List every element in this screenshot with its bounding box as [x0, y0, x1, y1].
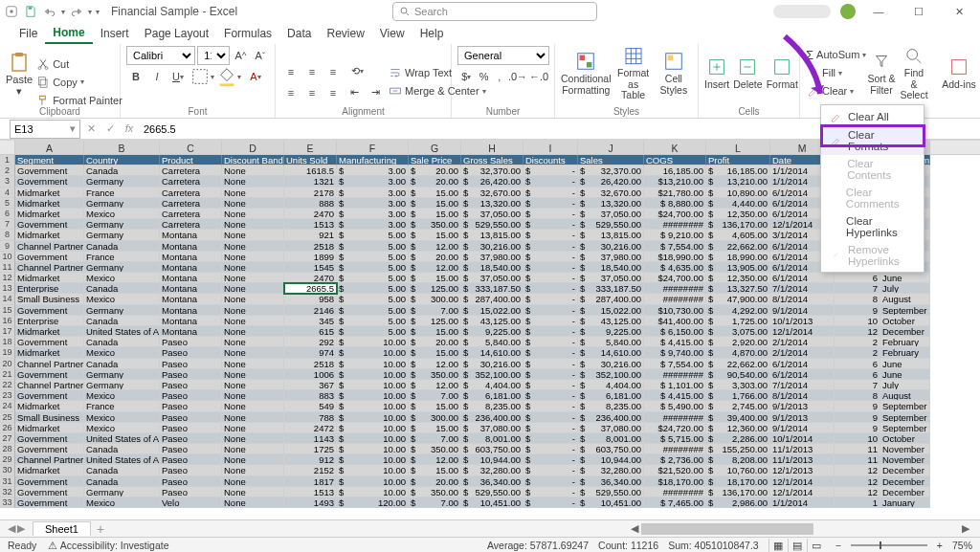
col-header-L[interactable]: L: [706, 141, 770, 154]
cell[interactable]: $-: [523, 433, 578, 444]
cell-styles-button[interactable]: Cell Styles: [656, 46, 692, 101]
horizontal-scrollbar[interactable]: ◀▶: [628, 522, 972, 536]
cell[interactable]: $32,370.00: [578, 166, 644, 176]
cell[interactable]: None: [222, 209, 284, 219]
cell[interactable]: None: [222, 273, 284, 283]
cell[interactable]: None: [222, 219, 284, 230]
header-cell[interactable]: Segment: [15, 155, 84, 166]
cell[interactable]: $287,400.00: [461, 294, 523, 304]
cell[interactable]: Mexico: [84, 497, 160, 508]
cell[interactable]: $15.00: [409, 465, 461, 475]
cell[interactable]: $-: [523, 326, 578, 337]
redo-icon[interactable]: [69, 4, 84, 19]
cell[interactable]: October: [880, 316, 930, 326]
cell[interactable]: $5.00: [337, 283, 409, 294]
cell[interactable]: $13,320.00: [461, 198, 523, 209]
cell[interactable]: $10.00: [337, 454, 409, 465]
cell[interactable]: Germany: [84, 176, 160, 187]
cell[interactable]: 549: [284, 401, 337, 411]
cell[interactable]: $9,225.00: [578, 326, 644, 337]
cell[interactable]: Carretera: [160, 176, 222, 187]
cell[interactable]: $-: [523, 390, 578, 401]
cell[interactable]: 11: [835, 444, 880, 454]
cell[interactable]: 2518: [284, 241, 337, 252]
cell[interactable]: 9: [835, 423, 880, 433]
comma-icon[interactable]: ,: [493, 67, 506, 86]
format-cells-button[interactable]: Format: [767, 46, 798, 101]
cell[interactable]: $37,050.00: [461, 209, 523, 219]
cell[interactable]: $37,080.00: [461, 423, 523, 433]
cell[interactable]: $15.00: [409, 230, 461, 240]
cell[interactable]: 16,185.00: [644, 166, 706, 176]
cut-button[interactable]: Cut: [36, 55, 122, 73]
copy-button[interactable]: Copy▾: [36, 74, 122, 91]
cell[interactable]: Paseo: [160, 359, 222, 369]
cell[interactable]: France: [84, 188, 160, 198]
cell[interactable]: ########: [644, 294, 706, 304]
cell[interactable]: $136,170.00: [706, 487, 770, 497]
redo-dropdown[interactable]: ▾: [88, 8, 92, 16]
cell[interactable]: $15.00: [409, 401, 461, 411]
cell[interactable]: $8,208.00: [706, 454, 770, 465]
cell[interactable]: $12.00: [409, 380, 461, 390]
sheet-tab-1[interactable]: Sheet1: [33, 521, 91, 536]
cell[interactable]: Midmarket: [15, 465, 84, 475]
cell[interactable]: Government: [15, 176, 84, 187]
header-cell[interactable]: COGS: [644, 155, 706, 166]
cell[interactable]: Government: [15, 337, 84, 347]
cell[interactable]: $16,185.00: [706, 166, 770, 176]
cell[interactable]: 1817: [284, 476, 337, 487]
cell[interactable]: Carretera: [160, 188, 222, 198]
cell[interactable]: July: [880, 283, 930, 294]
cell[interactable]: Mexico: [84, 423, 160, 433]
cell[interactable]: $ 2,736.00: [644, 454, 706, 465]
cell[interactable]: $2,920.00: [706, 337, 770, 347]
fill-color-button[interactable]: ▾: [216, 67, 241, 86]
cell[interactable]: 6: [835, 359, 880, 369]
cell[interactable]: 9: [835, 401, 880, 411]
cell[interactable]: Mexico: [84, 347, 160, 358]
cell[interactable]: $37,980.00: [461, 252, 523, 262]
search-box[interactable]: Search: [392, 2, 597, 21]
menu-tab-data[interactable]: Data: [279, 23, 319, 44]
cell[interactable]: 12: [835, 487, 880, 497]
enter-formula-icon[interactable]: ✓: [101, 122, 119, 135]
cell[interactable]: February: [880, 347, 930, 358]
cell[interactable]: $4,605.00: [706, 230, 770, 240]
cell[interactable]: $10,730.00: [644, 305, 706, 316]
cell[interactable]: $-: [523, 252, 578, 262]
add-sheet-button[interactable]: +: [97, 521, 104, 537]
cell[interactable]: $5.00: [337, 294, 409, 304]
cell[interactable]: $7.00: [409, 390, 461, 401]
cell[interactable]: $12.00: [409, 454, 461, 465]
cell[interactable]: February: [880, 337, 930, 347]
cell[interactable]: $-: [523, 188, 578, 198]
cell[interactable]: $6,181.00: [578, 390, 644, 401]
cell[interactable]: Small Business: [15, 294, 84, 304]
cell[interactable]: 9: [835, 305, 880, 316]
cell[interactable]: Enterprise: [15, 283, 84, 294]
view-break-icon[interactable]: ▭: [807, 539, 826, 552]
cell[interactable]: $15.00: [409, 273, 461, 283]
cell[interactable]: $-: [523, 283, 578, 294]
increase-font-icon[interactable]: A^: [232, 46, 249, 65]
cell[interactable]: $21,520.00: [644, 465, 706, 475]
font-name-select[interactable]: Calibri: [126, 46, 195, 65]
cell[interactable]: 8/1/2014: [770, 294, 835, 304]
font-color-button[interactable]: A▾: [243, 67, 268, 86]
cell[interactable]: 12/1/2014: [770, 487, 835, 497]
cell[interactable]: $14,610.00: [461, 347, 523, 358]
cell[interactable]: 12/1/2014: [770, 326, 835, 337]
cell[interactable]: None: [222, 444, 284, 454]
remove-hyperlinks-item[interactable]: Remove Hyperlinks: [821, 241, 924, 270]
cell[interactable]: ########: [644, 487, 706, 497]
cell[interactable]: $9,225.00: [461, 326, 523, 337]
cell[interactable]: $529,550.00: [578, 487, 644, 497]
cell[interactable]: $-: [523, 230, 578, 240]
cell[interactable]: United States of America: [84, 326, 160, 337]
cell[interactable]: $3.00: [337, 198, 409, 209]
cell[interactable]: Paseo: [160, 337, 222, 347]
qat-dropdown[interactable]: ▾: [96, 8, 100, 16]
cell[interactable]: None: [222, 230, 284, 240]
cell[interactable]: $13,327.50: [706, 283, 770, 294]
